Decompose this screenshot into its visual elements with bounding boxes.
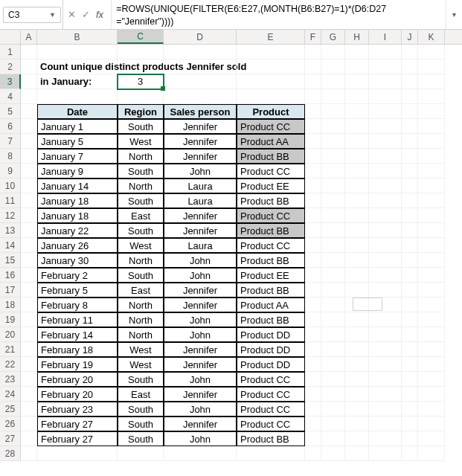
row-header[interactable]: 23 (0, 372, 21, 387)
cell[interactable] (345, 238, 369, 253)
cell[interactable] (369, 60, 402, 74)
cell[interactable] (418, 416, 445, 431)
cell[interactable] (164, 74, 237, 89)
cell[interactable] (321, 342, 345, 357)
cell-product[interactable]: Product CC (237, 372, 305, 387)
row-header[interactable]: 16 (0, 268, 21, 283)
cell[interactable] (418, 402, 445, 416)
cell-product[interactable]: Product CC (237, 387, 305, 402)
cell-date[interactable]: February 19 (37, 357, 118, 372)
cell[interactable] (321, 193, 345, 208)
cell[interactable] (321, 372, 345, 387)
cell[interactable] (345, 387, 369, 402)
cell[interactable] (305, 45, 321, 60)
cell[interactable] (369, 134, 402, 149)
cell-person[interactable]: Jennifer (164, 208, 237, 223)
cell[interactable] (21, 223, 37, 238)
cell[interactable] (402, 164, 418, 178)
cell-person[interactable]: John (164, 431, 237, 446)
cell[interactable] (418, 223, 445, 238)
row-header[interactable]: 21 (0, 342, 21, 357)
cell[interactable] (321, 431, 345, 446)
cell[interactable] (345, 134, 369, 149)
row-header[interactable]: 9 (0, 164, 21, 178)
cell[interactable] (345, 268, 369, 283)
cell-region[interactable]: South (118, 223, 164, 238)
cell[interactable] (21, 431, 37, 446)
cell[interactable] (345, 416, 369, 431)
cell[interactable] (164, 89, 237, 104)
cell[interactable] (237, 60, 305, 74)
cell[interactable] (369, 164, 402, 178)
cell[interactable] (237, 446, 305, 461)
accept-icon[interactable]: ✓ (82, 9, 90, 20)
cell[interactable] (21, 89, 37, 104)
cell[interactable] (345, 149, 369, 164)
cell[interactable] (402, 238, 418, 253)
cell[interactable] (321, 164, 345, 178)
cell[interactable] (305, 238, 321, 253)
cell[interactable] (237, 74, 305, 89)
cell-product[interactable]: Product AA (237, 134, 305, 149)
cell[interactable] (21, 60, 37, 74)
cell[interactable] (21, 342, 37, 357)
row-header[interactable]: 5 (0, 104, 21, 119)
cell[interactable] (369, 283, 402, 298)
cell[interactable] (21, 357, 37, 372)
cell[interactable] (21, 238, 37, 253)
cell[interactable] (418, 298, 445, 312)
cell-product[interactable]: Product BB (237, 312, 305, 327)
cell-date[interactable]: January 7 (37, 149, 118, 164)
cell[interactable] (369, 416, 402, 431)
cell[interactable] (321, 387, 345, 402)
fx-icon[interactable]: fx (96, 9, 106, 20)
cell-date[interactable]: January 18 (37, 193, 118, 208)
cell[interactable] (321, 208, 345, 223)
cell-date[interactable]: February 27 (37, 416, 118, 431)
cell[interactable] (418, 268, 445, 283)
cell[interactable] (369, 45, 402, 60)
row-header[interactable]: 25 (0, 402, 21, 416)
cell[interactable] (369, 119, 402, 134)
cell[interactable] (345, 208, 369, 223)
cell-person[interactable]: Laura (164, 238, 237, 253)
cell-region[interactable]: South (118, 119, 164, 134)
cell[interactable] (402, 89, 418, 104)
cell[interactable] (321, 298, 345, 312)
cell[interactable] (418, 104, 445, 119)
cell-date[interactable]: February 11 (37, 312, 118, 327)
cell[interactable] (164, 60, 237, 74)
cell[interactable] (402, 208, 418, 223)
cell-region[interactable]: North (118, 178, 164, 193)
col-header-J[interactable]: J (402, 30, 418, 44)
cell[interactable] (305, 387, 321, 402)
cell[interactable] (369, 104, 402, 119)
cell[interactable] (237, 45, 305, 60)
cell[interactable] (418, 283, 445, 298)
cell-date[interactable]: January 18 (37, 208, 118, 223)
cell[interactable] (369, 312, 402, 327)
cell[interactable] (345, 357, 369, 372)
cell[interactable] (369, 327, 402, 342)
cell[interactable] (345, 312, 369, 327)
cell-date[interactable]: February 27 (37, 431, 118, 446)
title-line-1[interactable]: Count unique distinct products Jennifer … (37, 60, 118, 74)
select-all-corner[interactable] (0, 30, 21, 44)
cell[interactable] (402, 431, 418, 446)
cell-person[interactable]: Jennifer (164, 223, 237, 238)
cell-region[interactable]: South (118, 164, 164, 178)
cell[interactable] (321, 45, 345, 60)
cell[interactable] (345, 283, 369, 298)
cell-person[interactable]: John (164, 312, 237, 327)
col-header-C[interactable]: C (118, 30, 164, 44)
cell-product[interactable]: Product BB (237, 431, 305, 446)
cell[interactable] (402, 387, 418, 402)
cell-region[interactable]: West (118, 342, 164, 357)
cell[interactable] (305, 446, 321, 461)
cell[interactable] (21, 104, 37, 119)
cell[interactable] (345, 342, 369, 357)
cell[interactable] (345, 446, 369, 461)
cell[interactable] (345, 223, 369, 238)
cell-product[interactable]: Product DD (237, 327, 305, 342)
cell-person[interactable]: Jennifer (164, 342, 237, 357)
